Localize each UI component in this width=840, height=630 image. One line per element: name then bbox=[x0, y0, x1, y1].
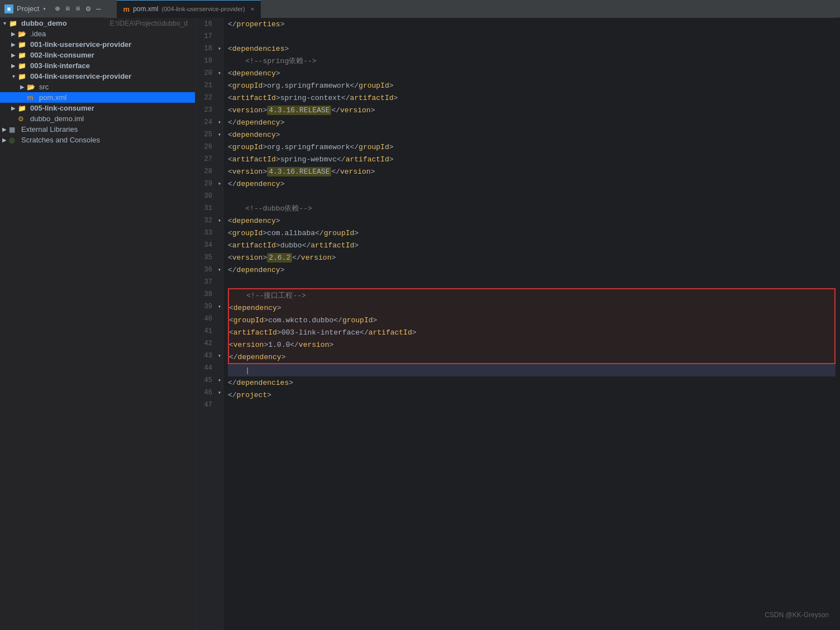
gutter-row: 26 bbox=[195, 141, 223, 153]
gutter-row: 36▾ bbox=[195, 264, 223, 276]
002-folder-icon: 📁 bbox=[18, 51, 28, 59]
fold-icon[interactable]: ▾ bbox=[216, 70, 223, 77]
code-line: </dependency> bbox=[228, 178, 836, 190]
fold-icon[interactable]: ▾ bbox=[216, 352, 223, 359]
code-line: | bbox=[228, 364, 836, 376]
project-label[interactable]: Project bbox=[17, 4, 39, 13]
004-arrow: ▾ bbox=[9, 73, 18, 79]
sidebar-item-002[interactable]: ▶ 📁 002-link-consumer bbox=[0, 50, 195, 60]
pom-m-icon: m bbox=[27, 93, 37, 102]
005-folder-icon: 📁 bbox=[18, 104, 28, 112]
line-number: 26 bbox=[195, 143, 216, 151]
code-line: <dependencies> bbox=[228, 42, 836, 55]
gutter-row: 20▾ bbox=[195, 67, 223, 79]
gutter-row: 17 bbox=[195, 30, 223, 42]
line-number: 30 bbox=[195, 192, 216, 200]
sidebar-item-idea[interactable]: ▶ 📂 .idea bbox=[0, 28, 195, 39]
sidebar-item-004[interactable]: ▾ 📁 004-link-userservice-provider bbox=[0, 71, 195, 82]
navigate-icon[interactable]: ⊕ bbox=[55, 4, 60, 13]
line-number: 19 bbox=[195, 57, 216, 65]
code-line: <!--dubbo依赖--> bbox=[228, 202, 836, 214]
sidebar-item-pom[interactable]: m pom.xml bbox=[0, 92, 195, 103]
code-line: <groupId>com.wkcto.dubbo</groupId> bbox=[229, 314, 834, 326]
code-lines: </properties> <dependencies> <!--spring依… bbox=[228, 18, 836, 413]
gutter-row: 46▾ bbox=[195, 386, 223, 399]
active-tab[interactable]: m pom.xml (004-link-userservice-provider… bbox=[117, 0, 261, 18]
align-icon2[interactable]: ≡ bbox=[75, 4, 80, 13]
line-number: 37 bbox=[195, 278, 216, 286]
project-dropdown-arrow[interactable]: ▾ bbox=[42, 6, 46, 12]
project-sidebar: ▾ 📁 dubbo_demo E:\IDEA\Projects\dubbo_d … bbox=[0, 18, 195, 630]
fold-icon[interactable]: ▾ bbox=[216, 119, 223, 126]
sidebar-item-src[interactable]: ▶ 📂 src bbox=[0, 82, 195, 92]
sidebar-item-scratch[interactable]: ▶ ◎ Scratches and Consoles bbox=[0, 135, 195, 145]
sidebar-item-001[interactable]: ▶ 📁 001-link-userservice-provider bbox=[0, 39, 195, 50]
fold-icon[interactable]: ▾ bbox=[216, 389, 223, 396]
code-line: <groupId>com.alibaba</groupId> bbox=[228, 227, 836, 239]
line-number: 29 bbox=[195, 180, 216, 188]
gutter-row: 18▾ bbox=[195, 42, 223, 55]
gutter-row: 25▾ bbox=[195, 128, 223, 141]
fold-icon[interactable]: ▾ bbox=[216, 377, 223, 384]
line-number: 28 bbox=[195, 168, 216, 175]
ext-arrow: ▶ bbox=[0, 126, 9, 132]
gutter-row: 39▾ bbox=[195, 300, 223, 313]
line-numbers: 161718▾1920▾21222324▾25▾26272829▾303132▾… bbox=[195, 18, 223, 411]
gutter-row: 47 bbox=[195, 399, 223, 411]
code-line: <dependency> bbox=[228, 214, 836, 227]
fold-icon[interactable]: ▾ bbox=[216, 266, 223, 273]
tab-close-button[interactable]: × bbox=[251, 6, 254, 12]
title-bar-icons: ⊕ ≡ ≡ ⚙ — bbox=[55, 4, 101, 13]
minimize-icon[interactable]: — bbox=[96, 4, 101, 13]
gutter-row: 28 bbox=[195, 165, 223, 178]
sidebar-item-root[interactable]: ▾ 📁 dubbo_demo E:\IDEA\Projects\dubbo_d bbox=[0, 18, 195, 28]
settings-icon[interactable]: ⚙ bbox=[86, 4, 90, 13]
sidebar-item-ext-libs[interactable]: ▶ ▦ External Libraries bbox=[0, 124, 195, 135]
src-label: src bbox=[39, 83, 195, 91]
001-arrow: ▶ bbox=[9, 41, 18, 47]
code-line bbox=[228, 401, 836, 413]
fold-icon[interactable]: ▾ bbox=[216, 303, 223, 310]
line-number: 47 bbox=[195, 401, 216, 409]
gutter-row: 33 bbox=[195, 227, 223, 239]
iml-label: dubbo_demo.iml bbox=[30, 114, 195, 123]
code-line: <groupId>org.springframework</groupId> bbox=[228, 79, 836, 92]
editor-gutter: 161718▾1920▾21222324▾25▾26272829▾303132▾… bbox=[195, 18, 223, 630]
005-label: 005-link-consumer bbox=[30, 104, 195, 112]
fold-icon[interactable]: ▾ bbox=[216, 217, 223, 224]
gutter-row: 34 bbox=[195, 239, 223, 251]
001-label: 001-link-userservice-provider bbox=[30, 40, 195, 49]
sidebar-item-003[interactable]: ▶ 📁 003-link-interface bbox=[0, 60, 195, 71]
root-folder-icon: 📁 bbox=[9, 20, 19, 27]
code-line: <artifactId>dubbo</artifactId> bbox=[228, 239, 836, 251]
line-number: 46 bbox=[195, 389, 216, 397]
line-number: 33 bbox=[195, 229, 216, 237]
scratch-icon: ◎ bbox=[9, 136, 19, 144]
line-number: 31 bbox=[195, 204, 216, 212]
gutter-row: 30 bbox=[195, 190, 223, 202]
root-label: dubbo_demo bbox=[21, 19, 107, 27]
code-line: <artifactId>spring-context</artifactId> bbox=[228, 92, 836, 104]
ext-lib-icon: ▦ bbox=[9, 126, 19, 133]
code-line: <version>2.6.2</version> bbox=[228, 251, 836, 264]
code-content[interactable]: </properties> <dependencies> <!--spring依… bbox=[223, 18, 840, 630]
fold-icon[interactable]: ▾ bbox=[216, 131, 223, 138]
gutter-row: 19 bbox=[195, 55, 223, 67]
003-label: 003-link-interface bbox=[30, 61, 195, 70]
code-line: <dependency> bbox=[229, 302, 834, 314]
sidebar-item-005[interactable]: ▶ 📁 005-link-consumer bbox=[0, 103, 195, 113]
main-content: ▾ 📁 dubbo_demo E:\IDEA\Projects\dubbo_d … bbox=[0, 18, 840, 630]
001-folder-icon: 📁 bbox=[18, 41, 28, 49]
code-line: </dependency> bbox=[228, 116, 836, 128]
align-icon1[interactable]: ≡ bbox=[65, 4, 70, 13]
line-number: 22 bbox=[195, 94, 216, 102]
sidebar-item-iml[interactable]: ⚙ dubbo_demo.iml bbox=[0, 113, 195, 124]
scratch-label: Scratches and Consoles bbox=[21, 136, 195, 144]
gutter-row: 21 bbox=[195, 79, 223, 92]
fold-icon[interactable]: ▾ bbox=[216, 45, 223, 52]
004-label: 004-link-userservice-provider bbox=[30, 72, 195, 80]
line-number: 27 bbox=[195, 155, 216, 163]
code-line: </properties> bbox=[228, 18, 836, 30]
gutter-row: 35 bbox=[195, 251, 223, 264]
fold-icon[interactable]: ▾ bbox=[216, 180, 223, 187]
